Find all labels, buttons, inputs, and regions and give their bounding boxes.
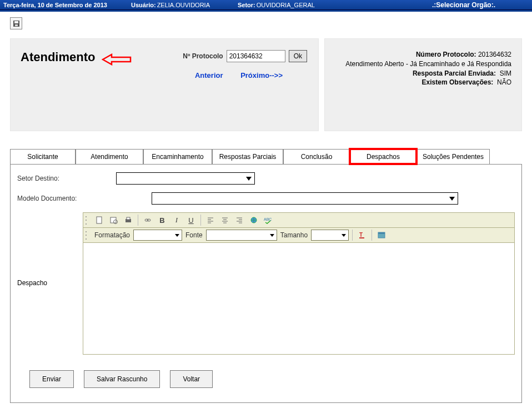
svg-rect-4 bbox=[97, 217, 102, 223]
format-select[interactable] bbox=[133, 230, 182, 241]
next-link[interactable]: Próximo-->> bbox=[240, 71, 283, 79]
size-label: Tamanho bbox=[280, 231, 308, 239]
bold-icon[interactable]: B bbox=[156, 214, 168, 226]
toolbar-grip-icon bbox=[86, 230, 90, 241]
info-partial-label: Resposta Parcial Enviada: bbox=[413, 69, 496, 77]
preview-icon[interactable] bbox=[108, 214, 120, 226]
tab-atendimento[interactable]: Atendimento bbox=[76, 149, 143, 164]
info-protocol-value: 201364632 bbox=[478, 51, 511, 58]
user-value: ZELIA.OUVIDORIA bbox=[157, 2, 210, 8]
info-obs-value: NÃO bbox=[497, 78, 511, 86]
tab-bar: Solicitante Atendimento Encaminhamento R… bbox=[10, 149, 522, 165]
editor-textarea[interactable] bbox=[83, 243, 514, 354]
tab-conclusao[interactable]: Conclusão bbox=[283, 149, 350, 164]
tab-solicitante[interactable]: Solicitante bbox=[10, 149, 76, 164]
svg-rect-8 bbox=[127, 217, 130, 220]
modelo-doc-select[interactable] bbox=[152, 192, 458, 205]
svg-point-10 bbox=[147, 219, 150, 221]
tab-solucoes-pendentes[interactable]: Soluções Pendentes bbox=[416, 149, 490, 164]
tab-respostas-parciais[interactable]: Respostas Parciais bbox=[212, 149, 283, 164]
ok-button[interactable]: Ok bbox=[289, 50, 307, 62]
voltar-button[interactable]: Voltar bbox=[170, 370, 213, 388]
tab-encaminhamento[interactable]: Encaminhamento bbox=[143, 149, 212, 164]
toolbar-grip-icon bbox=[86, 215, 90, 226]
header-left-panel: Atendimento Nº Protocolo Ok Anterior Pró… bbox=[10, 38, 319, 131]
sector-value: OUVIDORIA_GERAL bbox=[257, 2, 315, 8]
enviar-button[interactable]: Enviar bbox=[29, 370, 74, 388]
user-label: Usuário: bbox=[131, 2, 156, 8]
svg-text:T: T bbox=[359, 232, 363, 238]
sector-label: Setor: bbox=[238, 2, 255, 8]
svg-rect-1 bbox=[14, 21, 18, 23]
svg-marker-3 bbox=[103, 54, 131, 64]
header-right-panel: Número Protocolo: 201364632 Atendimento … bbox=[324, 38, 522, 131]
org-selector[interactable]: .:Selecionar Orgão:. bbox=[432, 1, 495, 9]
align-left-icon[interactable] bbox=[204, 214, 217, 226]
svg-rect-2 bbox=[15, 24, 18, 26]
rich-text-editor: B I U ABC Formatação Fonte Tamanho bbox=[83, 212, 515, 355]
text-color-icon[interactable]: T bbox=[356, 229, 368, 241]
align-center-icon[interactable] bbox=[219, 214, 231, 226]
underline-icon[interactable]: U bbox=[185, 214, 197, 226]
top-bar: Terça-feira, 10 de Setembro de 2013 Usuá… bbox=[0, 0, 532, 10]
align-right-icon[interactable] bbox=[233, 214, 245, 226]
prev-link[interactable]: Anterior bbox=[195, 71, 223, 79]
svg-rect-26 bbox=[359, 237, 364, 238]
source-icon[interactable] bbox=[375, 229, 388, 241]
separator bbox=[138, 215, 138, 226]
info-protocol-label: Número Protocolo: bbox=[416, 51, 476, 58]
setor-destino-label: Setor Destino: bbox=[17, 175, 116, 182]
modelo-doc-label: Modelo Documento: bbox=[17, 195, 152, 202]
protocol-input[interactable] bbox=[227, 50, 285, 62]
tab-despachos[interactable]: Despachos bbox=[350, 149, 416, 164]
svg-text:ABC: ABC bbox=[264, 217, 272, 221]
date-text: Terça-feira, 10 de Setembro de 2013 bbox=[3, 2, 131, 8]
spellcheck-icon[interactable]: ABC bbox=[262, 214, 274, 226]
editor-toolbar-2: Formatação Fonte Tamanho T bbox=[83, 228, 514, 243]
separator bbox=[200, 215, 201, 226]
arrow-left-annotation-icon bbox=[102, 53, 133, 66]
tab-content: Setor Destino: Modelo Documento: Despach… bbox=[10, 165, 522, 403]
setor-destino-select[interactable] bbox=[116, 172, 255, 185]
size-select[interactable] bbox=[311, 230, 349, 241]
page-title: Atendimento bbox=[21, 50, 95, 64]
info-obs-label: Existem Observações: bbox=[422, 78, 494, 86]
italic-icon[interactable]: I bbox=[170, 214, 183, 226]
save-icon[interactable] bbox=[10, 17, 22, 29]
despacho-label: Despacho bbox=[17, 212, 83, 287]
protocol-label: Nº Protocolo bbox=[183, 52, 223, 60]
font-select[interactable] bbox=[206, 230, 277, 241]
separator bbox=[372, 230, 372, 241]
print-icon[interactable] bbox=[122, 214, 134, 226]
link-icon[interactable] bbox=[142, 214, 154, 226]
globe-icon[interactable] bbox=[248, 214, 260, 226]
separator bbox=[352, 230, 353, 241]
salvar-rascunho-button[interactable]: Salvar Rascunho bbox=[84, 370, 160, 388]
editor-toolbar-1: B I U ABC bbox=[83, 213, 514, 228]
format-label: Formatação bbox=[94, 231, 130, 239]
svg-rect-28 bbox=[378, 232, 385, 234]
font-label: Fonte bbox=[185, 231, 203, 239]
new-doc-icon[interactable] bbox=[93, 214, 106, 226]
info-status: Atendimento Aberto - Já Encaminhado e Já… bbox=[335, 59, 511, 69]
info-partial-value: SIM bbox=[500, 69, 511, 77]
